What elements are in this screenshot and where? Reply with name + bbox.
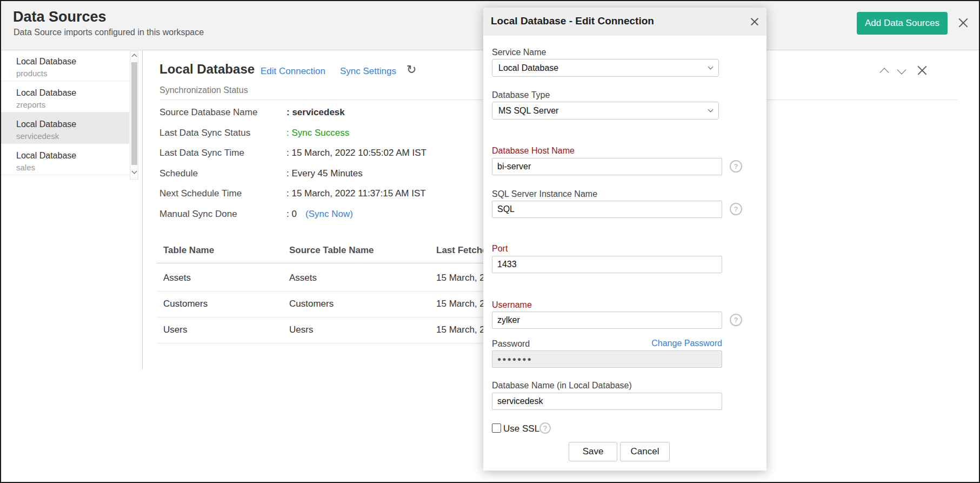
cell-source-table-name: Customers [289,299,334,309]
username-input[interactable] [492,312,722,329]
refresh-icon[interactable]: ↻ [406,64,416,76]
sidebar-divider [142,50,143,369]
datasource-subtitle: sales [16,163,129,172]
instance-name-input[interactable] [492,201,722,218]
sidebar-scrollbar[interactable] [130,51,138,180]
sync-settings-link[interactable]: Sync Settings [340,66,396,77]
password-input[interactable] [492,350,722,368]
datasource-title: Local Database [16,120,129,129]
sidebar-item-products[interactable]: Local Database products [1,50,129,81]
detail-label: Last Data Sync Status [159,128,250,138]
cell-table-name: Assets [163,273,191,283]
datasource-heading: Local Database [159,62,255,77]
save-button[interactable]: Save [569,442,617,461]
detail-value: : servicedesk [286,107,345,118]
database-type-label: Database Type [492,90,550,100]
use-ssl-checkbox[interactable] [492,424,501,433]
next-datasource-icon[interactable] [897,65,906,75]
section-title: Synchronization Status [159,85,248,95]
column-header-source-table-name: Source Table Name [289,245,374,256]
panel-close-icon[interactable] [917,65,928,76]
chevron-down-icon [708,64,714,70]
sync-status-value: : Sync Success [286,128,349,138]
database-type-select[interactable]: MS SQL Server [492,102,719,120]
chevron-down-icon [708,107,714,113]
close-icon[interactable] [958,17,969,28]
service-name-select[interactable]: Local Database [492,59,719,77]
cancel-button-label: Cancel [631,446,659,457]
detail-value: : 15 March, 2022 10:55:02 AM IST [286,148,426,158]
password-label: Password [492,339,530,349]
cell-source-table-name: Uesrs [289,325,313,335]
detail-label: Schedule [159,168,198,179]
port-label: Port [492,244,508,254]
cancel-button[interactable]: Cancel [620,442,670,461]
column-header-table-name: Table Name [163,245,214,256]
datasource-title: Local Database [16,57,129,67]
instance-name-label: SQL Server Instance Name [492,189,597,199]
dialog-close-icon[interactable] [749,16,760,27]
database-name-input[interactable] [492,393,722,410]
edit-connection-dialog: Local Database - Edit Connection Service… [483,8,766,471]
port-input[interactable] [492,256,722,273]
dialog-header: Local Database - Edit Connection [483,8,766,36]
host-name-input[interactable] [492,158,722,175]
detail-label: Manual Sync Done [159,209,237,220]
scrollbar-thumb[interactable] [131,62,137,165]
username-label: Username [492,300,532,310]
cell-last-fetched: 15 March, 2 [436,325,485,335]
detail-value: : 0 [286,209,297,220]
cell-table-name: Users [163,325,187,335]
database-type-value: MS SQL Server [498,106,558,116]
data-sources-page: { "header": { "title": "Data Sources", "… [0,0,980,483]
detail-value: : 15 March, 2022 11:37:15 AM IST [286,188,426,199]
use-ssl-label: Use SSL [503,424,539,434]
service-name-value: Local Database [498,63,558,73]
datasource-title: Local Database [16,151,129,161]
previous-datasource-icon[interactable] [880,68,889,77]
change-password-link[interactable]: Change Password [651,339,722,348]
sync-now-link[interactable]: (Sync Now) [305,209,353,220]
cell-last-fetched: 15 March, 2 [436,273,485,283]
cell-table-name: Customers [163,299,208,309]
page-title: Data Sources [13,9,106,25]
detail-label: Next Schedule Time [159,188,242,199]
host-help-icon[interactable]: ? [730,160,742,173]
add-data-sources-label: Add Data Sources [865,18,939,29]
scroll-up-icon[interactable] [132,54,137,59]
cell-last-fetched: 15 March, 2 [436,299,485,309]
username-help-icon[interactable]: ? [730,314,742,326]
detail-label: Source Database Name [159,107,257,118]
instance-help-icon[interactable]: ? [730,203,742,215]
column-header-last-fetched: Last Fetche [436,245,487,256]
detail-label: Last Data Sync Time [159,148,244,158]
sidebar-item-zreports[interactable]: Local Database zreports [1,81,129,113]
cell-source-table-name: Assets [289,273,317,283]
save-button-label: Save [583,446,604,457]
datasource-title: Local Database [16,88,129,98]
ssl-help-icon[interactable]: ? [539,422,551,434]
sidebar-item-sales[interactable]: Local Database sales [1,144,129,175]
datasource-subtitle: servicedesk [16,131,129,141]
host-name-label: Database Host Name [492,146,575,156]
scroll-down-icon[interactable] [132,169,137,174]
datasource-subtitle: zreports [16,100,129,109]
page-subtitle: Data Source imports configured in this w… [14,28,204,37]
service-name-label: Service Name [492,48,546,57]
edit-connection-link[interactable]: Edit Connection [261,66,325,77]
detail-value: : Every 45 Minutes [286,168,363,179]
datasource-subtitle: products [16,69,129,78]
database-name-label: Database Name (in Local Database) [492,381,632,391]
sidebar-item-servicedesk[interactable]: Local Database servicedesk [1,113,129,144]
add-data-sources-button[interactable]: Add Data Sources [857,12,948,35]
dialog-title: Local Database - Edit Connection [491,15,654,27]
